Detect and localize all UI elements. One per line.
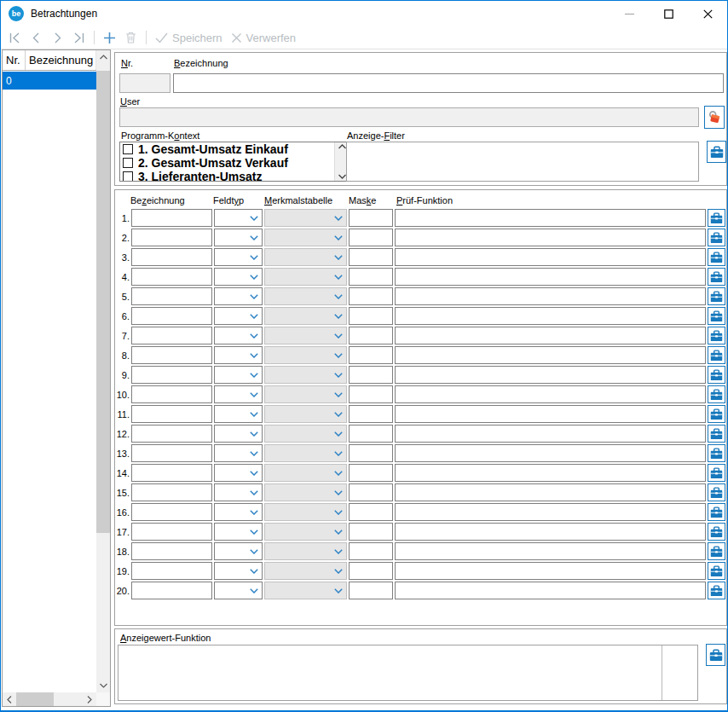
row-bezeichnung-field[interactable] [131,385,212,403]
row-funktion-editor-button[interactable] [708,268,725,286]
delete-record-button[interactable] [120,27,142,48]
row-maske-field[interactable] [349,248,393,266]
row-bezeichnung-field[interactable] [131,405,212,423]
row-maske-field[interactable] [349,464,393,482]
row-merkmalstabelle-select[interactable] [264,229,347,246]
row-bezeichnung-field[interactable] [131,425,212,443]
kontext-list-item[interactable]: 3. Lieferanten-Umsatz [120,170,334,181]
row-maske-field[interactable] [349,385,393,403]
row-bezeichnung-field[interactable] [131,307,212,325]
row-maske-field[interactable] [349,542,393,560]
row-feldtyp-select[interactable] [214,503,263,521]
row-feldtyp-select[interactable] [214,209,263,227]
row-feldtyp-select[interactable] [214,366,263,384]
anzeige-filter-editor-button[interactable] [707,141,726,163]
checkbox-icon[interactable] [123,158,133,168]
row-merkmalstabelle-select[interactable] [264,562,347,580]
records-column-nr[interactable]: Nr. [3,50,26,70]
row-pruef-funktion-field[interactable] [395,444,706,462]
row-maske-field[interactable] [349,366,393,384]
row-merkmalstabelle-select[interactable] [264,425,347,443]
row-feldtyp-select[interactable] [214,464,263,482]
scrollbar-thumb[interactable] [96,71,110,533]
row-bezeichnung-field[interactable] [131,268,212,286]
row-bezeichnung-field[interactable] [131,483,212,501]
row-maske-field[interactable] [349,346,393,364]
scroll-down-icon[interactable] [96,679,110,692]
row-feldtyp-select[interactable] [214,287,263,305]
row-bezeichnung-field[interactable] [131,562,212,580]
row-funktion-editor-button[interactable] [708,542,725,560]
add-record-button[interactable] [99,27,120,48]
row-maske-field[interactable] [349,307,393,325]
row-merkmalstabelle-select[interactable] [264,366,347,384]
maximize-button[interactable] [649,1,688,26]
row-pruef-funktion-field[interactable] [395,307,706,325]
scroll-right-icon[interactable] [83,692,96,706]
row-bezeichnung-field[interactable] [131,523,212,541]
row-funktion-editor-button[interactable] [708,366,725,384]
scroll-up-icon[interactable] [96,50,110,64]
user-field[interactable] [119,107,699,127]
record-row[interactable]: 0 [3,72,96,90]
row-funktion-editor-button[interactable] [708,287,725,305]
row-bezeichnung-field[interactable] [131,542,212,560]
last-record-button[interactable] [68,27,90,48]
row-maske-field[interactable] [349,582,393,599]
row-merkmalstabelle-select[interactable] [264,483,347,501]
nr-field[interactable] [119,73,170,93]
row-funktion-editor-button[interactable] [708,444,725,462]
row-funktion-editor-button[interactable] [708,346,725,364]
row-funktion-editor-button[interactable] [708,483,725,501]
row-pruef-funktion-field[interactable] [395,582,706,599]
row-feldtyp-select[interactable] [214,346,263,364]
row-funktion-editor-button[interactable] [708,562,725,580]
row-feldtyp-select[interactable] [214,307,263,325]
row-feldtyp-select[interactable] [214,248,263,266]
row-bezeichnung-field[interactable] [131,464,212,482]
row-maske-field[interactable] [349,209,393,227]
next-record-button[interactable] [47,27,68,48]
row-pruef-funktion-field[interactable] [395,248,706,266]
row-funktion-editor-button[interactable] [708,327,725,344]
row-bezeichnung-field[interactable] [131,209,212,227]
row-merkmalstabelle-select[interactable] [264,307,347,325]
minimize-button[interactable] [610,1,649,26]
save-button[interactable]: Speichern [151,27,227,48]
row-pruef-funktion-field[interactable] [395,366,706,384]
row-feldtyp-select[interactable] [214,327,263,344]
row-merkmalstabelle-select[interactable] [264,287,347,305]
row-pruef-funktion-field[interactable] [395,562,706,580]
row-maske-field[interactable] [349,562,393,580]
row-bezeichnung-field[interactable] [131,248,212,266]
bezeichnung-field[interactable] [173,73,724,93]
row-funktion-editor-button[interactable] [708,582,725,599]
user-lock-button[interactable] [704,106,725,129]
row-bezeichnung-field[interactable] [131,229,212,246]
row-funktion-editor-button[interactable] [708,405,725,423]
row-merkmalstabelle-select[interactable] [264,444,347,462]
row-bezeichnung-field[interactable] [131,287,212,305]
row-pruef-funktion-field[interactable] [395,287,706,305]
anzeige-filter-field[interactable] [346,142,699,182]
scroll-left-icon[interactable] [3,692,16,706]
kontext-list-item[interactable]: 1. Gesamt-Umsatz Einkauf [120,142,334,156]
first-record-button[interactable] [4,27,26,48]
row-funktion-editor-button[interactable] [708,523,725,541]
row-maske-field[interactable] [349,503,393,521]
kontext-list-item[interactable]: 2. Gesamt-Umsatz Verkauf [120,156,334,170]
row-funktion-editor-button[interactable] [708,307,725,325]
row-merkmalstabelle-select[interactable] [264,464,347,482]
row-funktion-editor-button[interactable] [708,385,725,403]
row-feldtyp-select[interactable] [214,425,263,443]
row-funktion-editor-button[interactable] [708,248,725,266]
row-pruef-funktion-field[interactable] [395,229,706,246]
row-pruef-funktion-field[interactable] [395,405,706,423]
row-merkmalstabelle-select[interactable] [264,346,347,364]
row-bezeichnung-field[interactable] [131,503,212,521]
row-merkmalstabelle-select[interactable] [264,523,347,541]
row-bezeichnung-field[interactable] [131,366,212,384]
row-funktion-editor-button[interactable] [708,503,725,521]
records-horizontal-scrollbar[interactable] [3,692,96,706]
row-merkmalstabelle-select[interactable] [264,327,347,344]
